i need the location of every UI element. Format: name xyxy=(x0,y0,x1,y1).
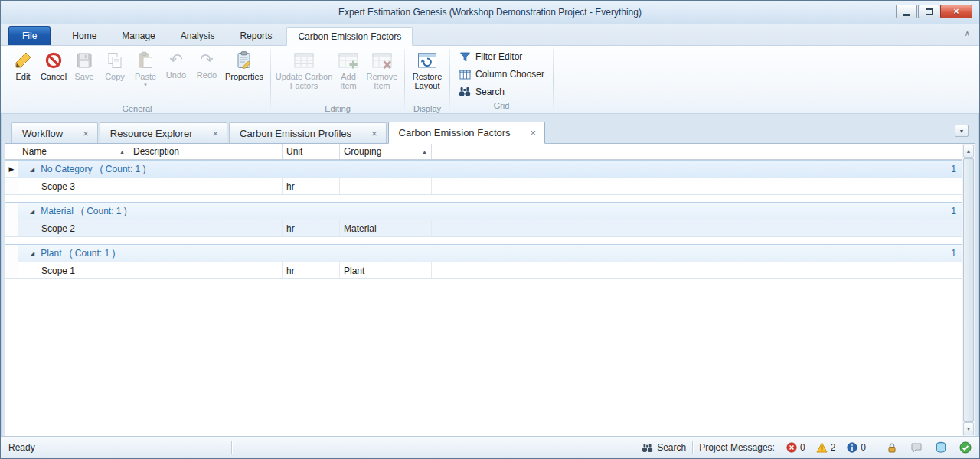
collapse-group-icon[interactable]: ◢ xyxy=(30,208,34,215)
scroll-up-button[interactable]: ▲ xyxy=(963,145,974,158)
tab-home-label: Home xyxy=(72,31,96,41)
ribbon-group-general: Edit Cancel Save xyxy=(5,47,269,113)
cell-grouping[interactable]: Plant xyxy=(340,262,432,278)
restore-layout-button[interactable]: Restore Layout xyxy=(409,48,446,103)
group-row-plant[interactable]: ◢ Plant ( Count: 1 ) 1 xyxy=(5,244,962,262)
group-count: ( Count: 1 ) xyxy=(100,164,146,174)
info-count-badge[interactable]: 0 xyxy=(846,441,866,454)
tab-manage[interactable]: Manage xyxy=(111,26,165,45)
cell-unit[interactable]: hr xyxy=(283,262,340,278)
tab-home[interactable]: Home xyxy=(61,26,107,45)
collapse-group-icon[interactable]: ◢ xyxy=(30,166,34,173)
doc-tab-workflow[interactable]: Workflow × xyxy=(11,122,98,143)
cancel-button[interactable]: Cancel xyxy=(38,48,69,103)
group-summary-value: 1 xyxy=(951,164,962,174)
cell-filler xyxy=(432,178,962,194)
collapse-group-icon[interactable]: ◢ xyxy=(30,250,34,257)
cell-unit[interactable]: hr xyxy=(283,220,340,236)
maximize-icon xyxy=(926,8,933,15)
group-gap xyxy=(5,195,962,202)
close-tab-icon[interactable]: × xyxy=(531,128,537,138)
row-indicator-cell xyxy=(5,220,18,236)
maximize-button[interactable] xyxy=(918,5,939,18)
close-tab-icon[interactable]: × xyxy=(371,129,377,138)
scrollbar-thumb[interactable] xyxy=(963,158,974,422)
group-summary-value: 1 xyxy=(951,206,962,216)
chevron-down-icon: ▼ xyxy=(959,129,965,134)
cell-name[interactable]: Scope 3 xyxy=(18,178,129,194)
minimize-button[interactable] xyxy=(896,5,917,18)
undo-button[interactable]: ↶ Undo xyxy=(161,48,191,103)
save-button[interactable]: Save xyxy=(69,48,100,103)
cell-grouping[interactable]: Material xyxy=(340,220,432,236)
column-header-grouping[interactable]: Grouping ▲ xyxy=(340,144,432,159)
error-count: 0 xyxy=(800,442,805,453)
tab-carbon-emission-factors[interactable]: Carbon Emission Factors xyxy=(286,27,413,46)
warning-count-badge[interactable]: 2 xyxy=(816,441,836,454)
remove-item-button[interactable]: Remove Item xyxy=(364,48,400,103)
row-indicator-cell xyxy=(5,245,18,262)
status-separator xyxy=(231,441,232,454)
ribbon-group-display: Restore Layout Display xyxy=(407,47,448,113)
search-button[interactable]: Search xyxy=(454,83,549,100)
properties-button-label: Properties xyxy=(225,72,263,81)
document-tab-bar: Workflow × Resource Explorer × Carbon Em… xyxy=(1,119,979,143)
cell-grouping[interactable] xyxy=(340,178,432,194)
comment-bubble-icon[interactable] xyxy=(910,441,923,454)
app-window: Expert Estimation Genesis (Workshop Demo… xyxy=(0,0,980,459)
tab-file[interactable]: File xyxy=(8,26,51,45)
check-circle-icon[interactable] xyxy=(959,441,972,454)
add-item-button[interactable]: Add Item xyxy=(333,48,364,103)
cell-name[interactable]: Scope 2 xyxy=(18,220,129,236)
data-row-scope-1[interactable]: Scope 1 hr Plant xyxy=(5,262,962,279)
collapse-ribbon-icon[interactable]: ∧ xyxy=(965,29,970,37)
cell-description[interactable] xyxy=(129,262,283,278)
database-icon[interactable] xyxy=(935,441,947,454)
tab-overflow-button[interactable]: ▼ xyxy=(955,125,969,137)
tab-analysis[interactable]: Analysis xyxy=(170,26,226,45)
close-tab-icon[interactable]: × xyxy=(212,129,218,138)
redo-button[interactable]: ↷ Redo xyxy=(191,48,222,103)
titlebar[interactable]: Expert Estimation Genesis (Workshop Demo… xyxy=(1,1,979,24)
error-count-badge[interactable]: 0 xyxy=(786,441,805,454)
cell-description[interactable] xyxy=(129,178,283,194)
group-summary-value: 1 xyxy=(951,248,962,259)
doc-tab-carbon-emission-profiles[interactable]: Carbon Emission Profiles × xyxy=(229,122,387,143)
data-row-scope-2[interactable]: Scope 2 hr Material xyxy=(5,220,962,237)
row-indicator-cell xyxy=(5,262,18,278)
update-carbon-factors-button[interactable]: Update Carbon Factors xyxy=(275,48,333,103)
properties-button[interactable]: Properties xyxy=(222,48,266,103)
cell-description[interactable] xyxy=(129,220,283,236)
column-header-name[interactable]: Name ▲ xyxy=(18,144,129,159)
vertical-scrollbar[interactable]: ▲ ▼ xyxy=(962,144,975,436)
cell-name[interactable]: Scope 1 xyxy=(18,262,129,278)
filter-editor-button[interactable]: Filter Editor xyxy=(454,48,549,65)
properties-clipboard-icon xyxy=(234,50,255,70)
doc-tab-carbon-emission-factors[interactable]: Carbon Emission Factors × xyxy=(388,122,546,144)
edit-button[interactable]: Edit xyxy=(8,48,38,103)
column-header-unit[interactable]: Unit xyxy=(283,144,340,159)
cell-grouping-value: Material xyxy=(344,223,377,234)
doc-tab-resource-explorer[interactable]: Resource Explorer × xyxy=(100,122,227,143)
cell-unit[interactable]: hr xyxy=(283,178,340,194)
group-row-no-category[interactable]: ▶ ◢ No Category ( Count: 1 ) 1 xyxy=(5,160,962,178)
update-carbon-factors-grid-icon xyxy=(293,50,315,70)
doc-tab-carbon-emission-factors-label: Carbon Emission Factors xyxy=(399,127,511,138)
tab-reports[interactable]: Reports xyxy=(229,26,283,45)
data-row-scope-3[interactable]: Scope 3 hr xyxy=(5,178,962,195)
column-header-unit-label: Unit xyxy=(286,146,302,157)
lock-icon[interactable] xyxy=(886,441,898,454)
paste-dropdown-icon[interactable]: ▼ xyxy=(143,83,148,87)
window-title: Expert Estimation Genesis (Workshop Demo… xyxy=(1,7,979,18)
paste-button[interactable]: Paste ▼ xyxy=(130,48,161,103)
column-header-description[interactable]: Description xyxy=(129,144,283,159)
close-tab-icon[interactable]: × xyxy=(83,129,89,138)
status-search-button[interactable]: Search xyxy=(641,441,686,454)
restore-layout-label: Restore Layout xyxy=(409,72,446,90)
scroll-down-button[interactable]: ▼ xyxy=(963,422,974,435)
copy-button[interactable]: Copy xyxy=(100,48,130,103)
group-row-material[interactable]: ◢ Material ( Count: 1 ) 1 xyxy=(5,202,962,220)
column-chooser-button[interactable]: Column Chooser xyxy=(454,66,549,83)
document-area: Name ▲ Description Unit Grouping ▲ ▶ xyxy=(5,143,975,436)
close-button[interactable]: × xyxy=(940,5,972,18)
